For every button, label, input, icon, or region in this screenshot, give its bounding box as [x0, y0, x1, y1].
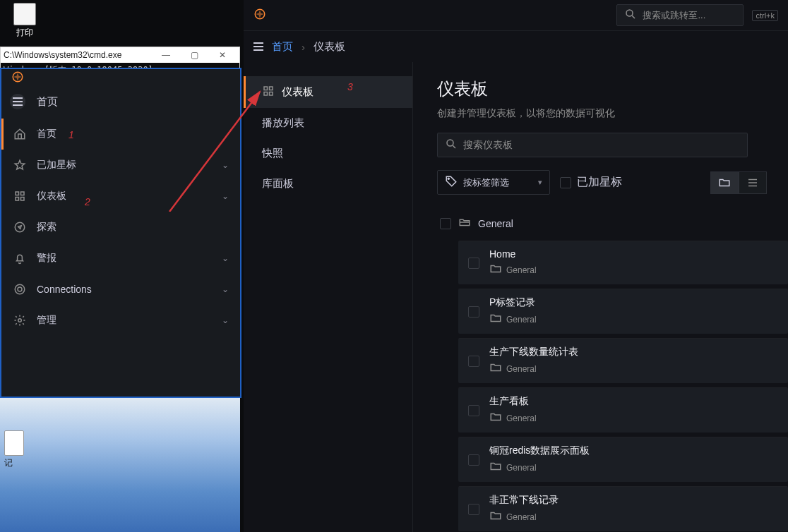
- breadcrumb-current: 仪表板: [314, 40, 345, 54]
- dashboard-checkbox[interactable]: [468, 258, 479, 269]
- hamburger-icon[interactable]: [10, 94, 25, 109]
- starred-label: 已加星标: [577, 175, 622, 190]
- dashboard-row[interactable]: P标签记录General: [458, 289, 788, 334]
- sidebar-item-bell[interactable]: 警报⌄: [1, 243, 240, 274]
- close-button[interactable]: ✕: [208, 50, 237, 60]
- file-icon: [4, 430, 24, 456]
- chevron-down-icon: ⌄: [222, 315, 229, 325]
- overlay-breadcrumb[interactable]: 首页: [37, 95, 58, 109]
- annotation-3: 3: [347, 81, 353, 92]
- compass-icon: [13, 220, 27, 234]
- breadcrumb-home[interactable]: 首页: [272, 40, 293, 54]
- overlay-topbar: 首页: [1, 87, 240, 116]
- sidebar-item-compass[interactable]: 探索: [1, 212, 240, 243]
- apps-icon: [262, 85, 275, 99]
- tag-filter-label: 按标签筛选: [463, 176, 509, 189]
- grafana-logo-icon[interactable]: [253, 8, 266, 23]
- dashboard-row[interactable]: 铜冠redis数据展示面板General: [458, 437, 788, 482]
- folder-icon: [489, 460, 502, 475]
- svg-point-6: [15, 284, 25, 294]
- link-icon: [13, 282, 27, 296]
- breadcrumb: 首页 › 仪表板: [244, 31, 788, 62]
- view-list-button[interactable]: [739, 171, 767, 194]
- sidebar-item-apps[interactable]: 仪表板⌄: [1, 181, 240, 212]
- folder-icon: [489, 411, 502, 425]
- svg-point-16: [447, 140, 453, 146]
- dashboards-subnav: 仪表板播放列表快照库面板: [244, 62, 413, 532]
- desktop-file-icon[interactable]: 记: [4, 430, 24, 469]
- folder-checkbox[interactable]: [440, 218, 451, 229]
- annotation-2: 2: [85, 196, 90, 207]
- desktop-print-icon[interactable]: 打印: [0, 0, 49, 40]
- sidebar-item-label: 探索: [37, 221, 56, 234]
- maximize-button[interactable]: ▢: [180, 50, 208, 60]
- minimize-button[interactable]: —: [152, 50, 180, 60]
- grafana-topbar: 搜索或跳转至... ctrl+k: [244, 0, 788, 31]
- gear-icon: [13, 313, 27, 327]
- home-icon: [13, 127, 27, 141]
- dashboard-title: 铜冠redis数据展示面板: [489, 445, 590, 457]
- dashboard-row[interactable]: 生产看板General: [458, 387, 788, 433]
- svg-rect-2: [21, 192, 25, 195]
- desktop-file-label: 记: [4, 458, 13, 468]
- dashboard-row[interactable]: 生产下线数量统计表General: [458, 338, 788, 383]
- folder-open-icon: [458, 216, 471, 231]
- sidebar-item-label: 仪表板: [37, 190, 66, 202]
- svg-line-11: [633, 16, 635, 18]
- toolbar-row: 按标签筛选 ▾ 已加星标: [437, 170, 788, 195]
- folder-name: General: [478, 218, 513, 229]
- folder-icon: [489, 262, 502, 277]
- svg-point-10: [626, 10, 633, 16]
- svg-line-17: [453, 145, 455, 148]
- dashboard-checkbox[interactable]: [468, 356, 479, 367]
- global-search-input[interactable]: 搜索或跳转至...: [616, 4, 744, 26]
- sidebar-item-link[interactable]: Connections⌄: [1, 274, 240, 305]
- printer-icon: [13, 3, 36, 25]
- breadcrumb-separator: ›: [302, 41, 305, 53]
- starred-filter[interactable]: 已加星标: [560, 175, 622, 190]
- svg-rect-3: [16, 198, 19, 201]
- bell-icon: [13, 251, 27, 265]
- starred-checkbox[interactable]: [560, 177, 571, 188]
- svg-rect-13: [270, 87, 273, 90]
- dashboard-folder: General: [489, 361, 578, 376]
- sidebar-item-star[interactable]: 已加星标⌄: [1, 150, 240, 181]
- svg-rect-4: [21, 198, 25, 201]
- sidebar-item-label: 警报: [37, 252, 56, 265]
- hamburger-icon[interactable]: [253, 42, 263, 51]
- svg-point-5: [15, 222, 25, 232]
- tag-filter-dropdown[interactable]: 按标签筛选 ▾: [437, 170, 550, 195]
- dashboard-folder: General: [489, 411, 537, 425]
- star-icon: [13, 158, 27, 172]
- dashboard-title: P标签记录: [489, 296, 537, 309]
- subnav-item[interactable]: 播放列表: [244, 108, 412, 138]
- subnav-item[interactable]: 快照: [244, 138, 412, 169]
- cmd-title-bar[interactable]: C:\Windows\system32\cmd.exe — ▢ ✕: [1, 47, 239, 63]
- svg-rect-14: [264, 92, 268, 96]
- chevron-down-icon: ▾: [538, 178, 542, 187]
- folder-icon: [489, 509, 502, 524]
- view-toggle: [710, 171, 767, 194]
- page-title: 仪表板: [437, 78, 788, 100]
- folder-row[interactable]: General: [437, 210, 788, 236]
- dashboard-checkbox[interactable]: [468, 306, 479, 318]
- folder-icon: [489, 312, 502, 327]
- dashboard-checkbox[interactable]: [468, 405, 479, 416]
- view-folder-button[interactable]: [710, 171, 739, 194]
- dashboard-checkbox[interactable]: [468, 454, 479, 466]
- sidebar-item-home[interactable]: 首页: [1, 119, 240, 150]
- dashboard-checkbox[interactable]: [468, 504, 479, 515]
- subnav-item[interactable]: 库面板: [244, 169, 412, 199]
- sidebar-item-gear[interactable]: 管理⌄: [1, 305, 240, 336]
- dashboard-search-input[interactable]: 搜索仪表板: [437, 133, 748, 157]
- sidebar-item-label: Connections: [37, 284, 92, 295]
- dashboards-content: 仪表板 创建并管理仪表板，以将您的数据可视化 搜索仪表板 按标签筛选 ▾: [413, 62, 788, 532]
- svg-rect-1: [16, 192, 19, 195]
- dashboard-row[interactable]: 非正常下线记录General: [458, 486, 788, 531]
- search-shortcut-badge: ctrl+k: [752, 10, 778, 21]
- svg-point-7: [18, 287, 22, 291]
- dashboard-title: 生产下线数量统计表: [489, 346, 578, 358]
- dashboard-row[interactable]: HomeGeneral: [458, 241, 788, 284]
- subnav-item[interactable]: 仪表板: [244, 76, 412, 108]
- search-icon: [624, 8, 637, 23]
